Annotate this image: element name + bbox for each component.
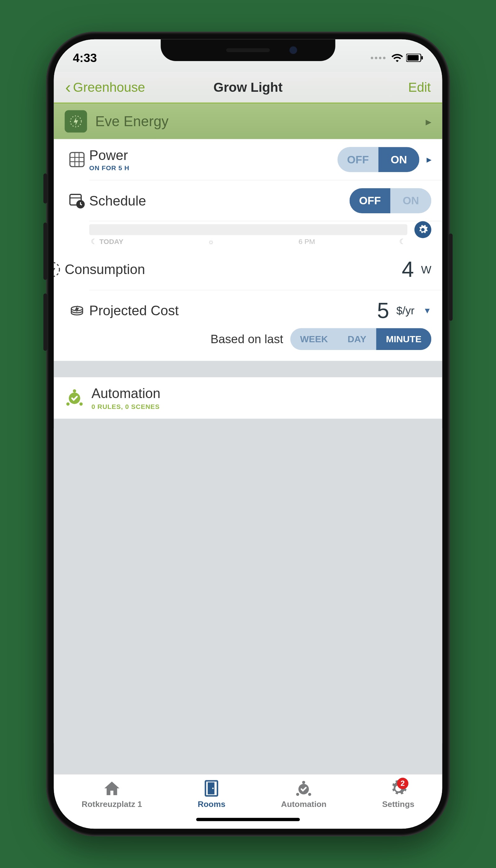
settings-badge: 2 <box>397 778 408 789</box>
tab-automation[interactable]: Automation <box>281 779 327 809</box>
chevron-right-icon[interactable]: ▸ <box>427 154 432 165</box>
based-on-segmented[interactable]: WEEK DAY MINUTE <box>290 328 431 350</box>
automation-subtitle: 0 RULES, 0 SCENES <box>91 403 160 411</box>
consumption-row: Consumption 4 W <box>53 249 442 290</box>
cellular-dots-icon <box>371 57 386 59</box>
toggle-off-label: OFF <box>350 188 390 213</box>
power-row: Power ON FOR 5 H OFF ON ▸ <box>53 139 442 180</box>
toggle-on-label: ON <box>378 147 419 172</box>
svg-rect-1 <box>407 55 418 60</box>
schedule-title: Schedule <box>89 193 350 208</box>
tick-moon: ☾ <box>399 237 405 246</box>
coins-icon <box>65 302 89 319</box>
seg-day[interactable]: DAY <box>338 328 376 350</box>
nav-header: ‹ Greenhouse Grow Light Edit <box>53 71 442 104</box>
schedule-row: Schedule OFF ON <box>89 180 443 221</box>
cost-value: 5 <box>377 298 389 323</box>
tick-6pm: 6 PM <box>298 237 315 246</box>
battery-icon <box>406 53 423 62</box>
power-title: Power <box>89 147 338 163</box>
tab-home[interactable]: Rotkreuzplatz 1 <box>81 779 142 809</box>
tab-home-label: Rotkreuzplatz 1 <box>81 800 142 809</box>
automation-section[interactable]: Automation 0 RULES, 0 SCENES <box>53 377 442 419</box>
calendar-clock-icon <box>65 192 89 209</box>
back-label: Greenhouse <box>73 79 145 94</box>
caret-down-icon: ▼ <box>423 306 431 315</box>
tick-today: ☾ TODAY <box>91 237 123 246</box>
svg-point-12 <box>79 402 83 406</box>
projected-cost-row: Projected Cost 5 $/yr ▼ <box>89 290 443 331</box>
power-grid-icon <box>65 151 89 168</box>
projected-cost-value-button[interactable]: 5 $/yr ▼ <box>377 298 431 323</box>
device-name: Eve Energy <box>95 113 169 129</box>
notch <box>160 40 335 61</box>
chevron-left-icon: ‹ <box>65 77 71 96</box>
tab-automation-label: Automation <box>281 800 327 809</box>
tab-settings-label: Settings <box>382 800 415 809</box>
svg-rect-2 <box>422 56 423 60</box>
cost-unit: $/yr <box>396 305 415 317</box>
wifi-icon <box>391 53 403 62</box>
toggle-off-label: OFF <box>338 147 378 172</box>
based-on-label: Based on last <box>211 332 283 346</box>
schedule-timeline: ☾ TODAY ☼ 6 PM ☾ <box>89 221 443 249</box>
timeline-bar[interactable]: ☾ TODAY ☼ 6 PM ☾ <box>89 224 407 235</box>
tab-rooms-label: Rooms <box>198 800 226 809</box>
schedule-toggle[interactable]: OFF ON <box>350 188 431 213</box>
chevron-right-icon: ▸ <box>425 115 431 128</box>
tab-rooms[interactable]: Rooms <box>198 779 226 809</box>
energy-bolt-icon <box>65 110 87 133</box>
empty-area <box>53 419 442 774</box>
svg-point-10 <box>73 389 76 393</box>
consumption-title: Consumption <box>65 262 402 277</box>
power-toggle[interactable]: OFF ON <box>338 147 419 172</box>
schedule-settings-button[interactable] <box>415 221 432 238</box>
consumption-unit: W <box>421 264 431 276</box>
svg-rect-4 <box>70 153 84 167</box>
tab-settings[interactable]: 2 Settings <box>382 779 415 809</box>
svg-point-17 <box>302 781 305 784</box>
edit-button[interactable]: Edit <box>408 79 431 94</box>
svg-point-11 <box>66 402 70 406</box>
seg-minute[interactable]: MINUTE <box>376 328 431 350</box>
automation-title: Automation <box>91 385 160 401</box>
phone-frame: 4:33 ‹ Greenhouse Grow Light Edit <box>46 32 450 836</box>
seg-week[interactable]: WEEK <box>290 328 338 350</box>
consumption-value: 4 <box>402 257 414 282</box>
home-indicator[interactable] <box>196 818 300 821</box>
tab-bar: Rotkreuzplatz 1 Rooms Automation 2 Setti… <box>53 774 442 828</box>
tick-sun: ☼ <box>208 237 214 246</box>
svg-point-19 <box>308 793 311 796</box>
power-subtitle: ON FOR 5 H <box>89 164 338 172</box>
device-header[interactable]: Eve Energy ▸ <box>53 104 442 139</box>
svg-point-15 <box>212 788 214 789</box>
back-button[interactable]: ‹ Greenhouse <box>65 77 145 96</box>
based-on-row: Based on last WEEK DAY MINUTE <box>89 328 443 361</box>
projected-cost-title: Projected Cost <box>89 303 377 319</box>
page-title: Grow Light <box>214 79 283 94</box>
svg-point-7 <box>53 263 59 277</box>
svg-point-18 <box>296 793 299 796</box>
toggle-on-label: ON <box>390 188 431 213</box>
automation-icon <box>65 388 84 408</box>
status-time: 4:33 <box>73 51 97 64</box>
bolt-circle-icon <box>53 261 64 278</box>
section-gap <box>53 361 442 377</box>
